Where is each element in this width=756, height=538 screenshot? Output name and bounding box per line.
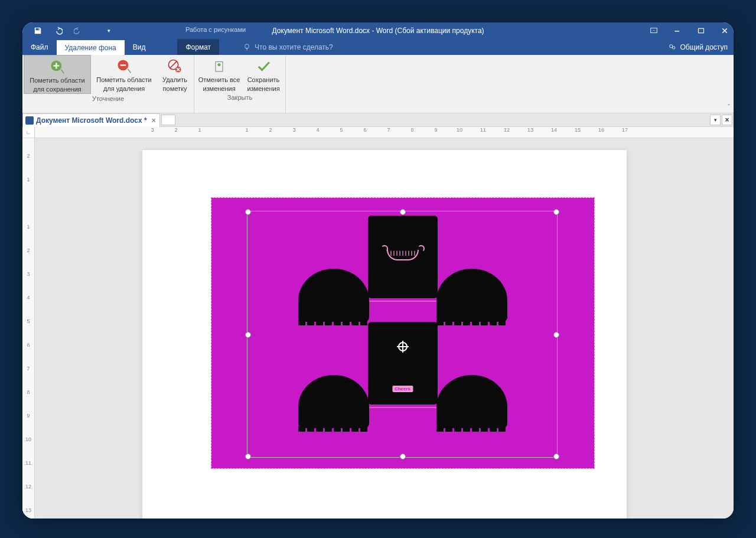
group-label: Закрыть bbox=[195, 93, 284, 103]
anchor-icon[interactable] bbox=[398, 342, 408, 351]
tab-format[interactable]: Формат bbox=[177, 39, 219, 55]
svg-rect-2 bbox=[699, 28, 704, 33]
close-icon[interactable] bbox=[719, 25, 730, 36]
minus-circle-icon bbox=[115, 57, 133, 75]
ruler-vertical[interactable]: 2112345678910111213 bbox=[22, 138, 35, 519]
page: Cheers bbox=[142, 150, 627, 519]
selected-picture[interactable]: Cheers bbox=[211, 197, 595, 469]
ribbon-group-refine: Пометить области для сохранения Пометить… bbox=[22, 55, 194, 113]
window-title: Документ Microsoft Word.docx - Word (Сбо… bbox=[22, 27, 734, 35]
titlebar: ▾ Работа с рисунками Документ Microsoft … bbox=[22, 22, 734, 39]
label: Сохранить bbox=[247, 76, 280, 84]
recycle-icon bbox=[210, 57, 228, 75]
svg-point-4 bbox=[670, 44, 673, 47]
tell-me-search[interactable]: Что вы хотите сделать? bbox=[243, 39, 333, 55]
close-tab-icon[interactable]: × bbox=[152, 116, 156, 125]
group-label: Уточнение bbox=[24, 94, 193, 104]
maximize-icon[interactable] bbox=[696, 25, 706, 36]
mark-keep-button[interactable]: Пометить области для сохранения bbox=[24, 55, 91, 94]
tab-selector-icon[interactable]: ∟ bbox=[22, 127, 35, 138]
label: для удаления bbox=[103, 85, 145, 93]
window-controls bbox=[649, 25, 730, 36]
picture-magenta-bg: Cheers bbox=[211, 198, 594, 468]
share-label: Общий доступ bbox=[680, 43, 728, 51]
app-window: ▾ Работа с рисунками Документ Microsoft … bbox=[22, 22, 734, 519]
delete-mark-button[interactable]: Удалить пометку bbox=[157, 55, 193, 94]
label: Отменить все bbox=[198, 76, 240, 84]
svg-rect-1 bbox=[675, 31, 680, 32]
label: пометку bbox=[163, 85, 187, 93]
label: для сохранения bbox=[33, 86, 82, 93]
qat-customize-icon[interactable]: ▾ bbox=[104, 26, 113, 35]
lightbulb-icon bbox=[243, 43, 251, 51]
document-tabs: Документ Microsoft Word.docx * × ▾ × bbox=[22, 113, 734, 127]
discard-changes-button[interactable]: Отменить все изменения bbox=[195, 55, 243, 93]
tab-file[interactable]: Файл bbox=[22, 39, 57, 55]
figure-top bbox=[368, 216, 438, 298]
save-icon[interactable] bbox=[33, 26, 43, 35]
keep-changes-button[interactable]: Сохранить изменения bbox=[243, 55, 284, 93]
tell-me-placeholder: Что вы хотите сделать? bbox=[255, 43, 333, 51]
ribbon-group-close: Отменить все изменения Сохранить изменен… bbox=[194, 55, 286, 113]
ribbon-display-icon[interactable] bbox=[649, 25, 659, 36]
redo-icon[interactable] bbox=[73, 26, 83, 35]
document-canvas[interactable]: Cheers bbox=[35, 138, 734, 519]
label: Удалить bbox=[162, 76, 187, 84]
mark-remove-button[interactable]: Пометить области для удаления bbox=[91, 55, 157, 94]
word-doc-icon bbox=[25, 116, 34, 125]
undo-icon[interactable] bbox=[53, 26, 63, 35]
svg-point-5 bbox=[673, 46, 675, 48]
figure-bottom: Cheers bbox=[368, 322, 438, 405]
label: Пометить области bbox=[30, 77, 85, 84]
new-tab-button[interactable] bbox=[161, 115, 175, 125]
svg-point-3 bbox=[245, 44, 249, 48]
tab-view[interactable]: Вид bbox=[125, 39, 154, 55]
checkmark-icon bbox=[255, 57, 272, 75]
document-tab[interactable]: Документ Microsoft Word.docx * × bbox=[22, 113, 160, 127]
label: изменения bbox=[203, 85, 235, 93]
tab-list-dropdown-icon[interactable]: ▾ bbox=[710, 115, 721, 125]
share-button[interactable]: Общий доступ bbox=[668, 39, 728, 55]
label: изменения bbox=[247, 85, 279, 93]
minimize-icon[interactable] bbox=[672, 25, 683, 36]
ribbon: Пометить области для сохранения Пометить… bbox=[22, 55, 734, 113]
ruler-horizontal[interactable]: ∟ 3211234567891011121314151617 bbox=[22, 127, 734, 138]
delete-mark-icon bbox=[166, 57, 184, 75]
plus-circle-icon bbox=[48, 58, 66, 76]
collapse-ribbon-icon[interactable]: ˆ bbox=[728, 103, 730, 110]
quick-access-toolbar: ▾ bbox=[22, 26, 113, 35]
ribbon-tabs: Файл Удаление фона Вид Формат Что вы хот… bbox=[22, 39, 734, 55]
close-all-tabs-icon[interactable]: × bbox=[722, 115, 732, 125]
document-tab-label: Документ Microsoft Word.docx * bbox=[36, 116, 147, 125]
cheers-label: Cheers bbox=[392, 386, 413, 392]
share-icon bbox=[668, 43, 676, 51]
label: Пометить области bbox=[96, 76, 152, 84]
contextual-header: Работа с рисунками bbox=[185, 26, 246, 33]
workspace: 2112345678910111213 bbox=[22, 138, 734, 519]
tab-background-removal[interactable]: Удаление фона bbox=[57, 39, 125, 55]
